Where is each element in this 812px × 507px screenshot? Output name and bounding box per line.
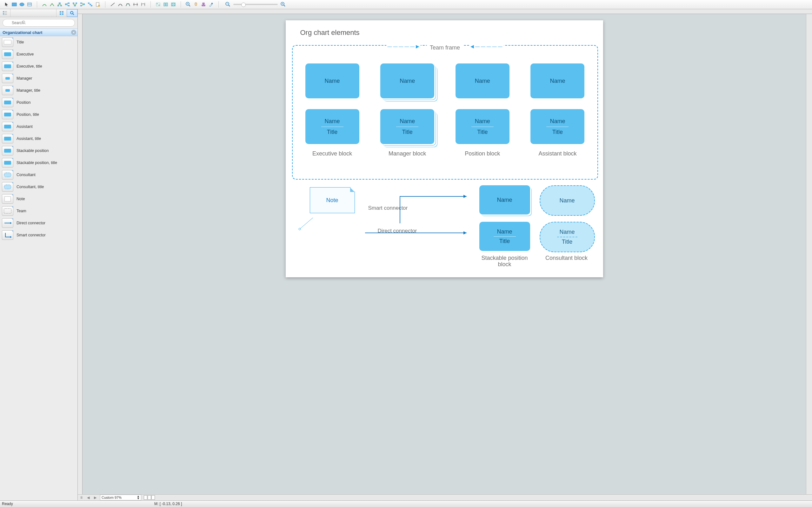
team-arrow-right-icon: ◀ — — — — — — [469, 44, 503, 49]
executive-title-block[interactable]: NameTitle — [305, 109, 359, 144]
svg-rect-60 — [60, 13, 61, 15]
section-organizational-chart[interactable]: Organizational chart × — [0, 29, 77, 36]
prev-page-icon[interactable]: ◀ — [86, 495, 91, 500]
line-tool-5[interactable] — [140, 1, 147, 8]
vertical-scrollbar[interactable] — [806, 14, 812, 494]
drawing-page[interactable]: Org chart elements — — — — — ▶ Team fram… — [286, 20, 603, 277]
consultant-name-block[interactable]: Name — [540, 185, 595, 216]
table-tool[interactable] — [26, 1, 33, 8]
shape-item-executive[interactable]: Executive — [0, 48, 77, 60]
svg-point-39 — [174, 5, 175, 6]
shape-label: Executive, title — [16, 64, 42, 68]
shape-item-assistant[interactable]: Assistant — [0, 121, 77, 133]
new-page-icon[interactable] — [94, 1, 101, 8]
line-tool-1[interactable] — [109, 1, 116, 8]
line-tool-2[interactable] — [117, 1, 124, 8]
stamp-tool[interactable] — [200, 1, 207, 8]
next-page-icon[interactable]: ▶ — [93, 495, 98, 500]
manager-name-block[interactable]: Name — [380, 63, 434, 98]
search-input[interactable] — [3, 19, 75, 26]
connector-tool-2[interactable] — [49, 1, 56, 8]
shape-item-manager[interactable]: Manager — [0, 72, 77, 84]
svg-point-1 — [20, 3, 24, 6]
section-close-icon[interactable]: × — [71, 30, 76, 35]
svg-point-67 — [299, 228, 301, 230]
note-shape[interactable]: Note — [310, 187, 355, 213]
svg-marker-68 — [464, 195, 467, 198]
pan-tool[interactable] — [193, 1, 199, 8]
stackable-name-block[interactable]: Name — [479, 185, 530, 215]
page-title: Org chart elements — [300, 29, 360, 37]
assistant-name-block[interactable]: Name — [531, 63, 584, 98]
tree-layout-3[interactable] — [71, 1, 78, 8]
executive-name-block[interactable]: Name — [305, 63, 359, 98]
tree-layout-4[interactable] — [79, 1, 86, 8]
shape-thumb — [2, 230, 13, 240]
shape-thumb — [2, 62, 13, 71]
shape-thumb — [2, 50, 13, 59]
shape-item-note[interactable]: Note — [0, 193, 77, 205]
zoom-in-icon-2[interactable] — [280, 1, 287, 8]
rectangle-tool[interactable] — [11, 1, 18, 8]
line-tool-3[interactable] — [124, 1, 131, 8]
svg-rect-14 — [83, 3, 85, 5]
zoom-out-icon[interactable] — [224, 1, 231, 8]
position-title-block[interactable]: NameTitle — [455, 109, 509, 144]
ellipse-tool[interactable] — [18, 1, 25, 8]
zoom-field[interactable]: Custom 97%▲▼ — [100, 495, 141, 500]
connector-tool-1[interactable] — [41, 1, 48, 8]
grid-tool-2[interactable] — [162, 1, 169, 8]
team-frame-shape[interactable]: — — — — — ▶ Team frame ◀ — — — — — Name … — [292, 45, 598, 180]
position-name-block[interactable]: Name — [455, 63, 509, 98]
pause-icon[interactable]: ⏸ — [79, 495, 84, 500]
shape-thumb — [2, 74, 13, 83]
shape-thumb — [2, 134, 13, 144]
line-tool-4[interactable] — [132, 1, 139, 8]
shape-item-position-title[interactable]: Position, title — [0, 109, 77, 121]
svg-rect-6 — [57, 5, 59, 6]
shape-item-smart-connector[interactable]: Smart connector — [0, 229, 77, 241]
shape-label: Position — [16, 100, 31, 105]
stackable-title-block[interactable]: NameTitle — [479, 222, 530, 251]
shape-label: Manager, title — [16, 88, 40, 93]
eyedropper-tool[interactable] — [208, 1, 215, 8]
zoom-in-icon[interactable] — [185, 1, 192, 8]
svg-rect-61 — [62, 13, 63, 15]
grid-tool-3[interactable] — [170, 1, 177, 8]
shape-item-executive-title[interactable]: Executive, title — [0, 60, 77, 72]
grid-view-icon[interactable] — [56, 9, 67, 17]
shape-item-stackable-position-title[interactable]: Stackable position, title — [0, 157, 77, 169]
shape-item-stackable-position[interactable]: Stackable position — [0, 145, 77, 157]
zoom-slider[interactable] — [233, 4, 278, 5]
smart-connector-shape[interactable] — [362, 191, 470, 223]
search-tab-icon[interactable] — [67, 9, 77, 17]
shape-item-direct-connector[interactable]: Direct connector — [0, 217, 77, 229]
shape-item-consultant[interactable]: Consultant — [0, 169, 77, 181]
select-tool[interactable] — [3, 1, 10, 8]
tree-layout-1[interactable] — [56, 1, 63, 8]
shape-item-manager-title[interactable]: Manager, title — [0, 84, 77, 97]
svg-rect-30 — [156, 3, 160, 6]
tree-layout-2[interactable] — [64, 1, 71, 8]
manager-title-block[interactable]: NameTitle — [380, 109, 434, 144]
sidebar: Organizational chart × TitleExecutiveExe… — [0, 9, 78, 500]
shape-thumb — [2, 194, 13, 204]
stepper-icon[interactable]: ▲▼ — [137, 495, 140, 500]
shape-item-position[interactable]: Position — [0, 97, 77, 109]
shape-item-title[interactable]: Title — [0, 36, 77, 48]
library-tree-icon[interactable] — [0, 9, 10, 17]
consultant-block-label: Consultant block — [538, 255, 595, 262]
direct-connector-shape[interactable] — [362, 230, 470, 236]
svg-rect-13 — [75, 3, 77, 4]
assistant-title-block[interactable]: NameTitle — [531, 109, 584, 144]
vertical-ruler — [78, 14, 83, 494]
shape-item-consultant-title[interactable]: Consultant, title — [0, 181, 77, 193]
canvas-scroll[interactable]: Org chart elements — — — — — ▶ Team fram… — [83, 14, 806, 494]
grid-tool-1[interactable] — [155, 1, 162, 8]
consultant-title-block[interactable]: NameTitle — [540, 222, 595, 252]
page-thumbs[interactable] — [144, 495, 155, 500]
svg-rect-7 — [60, 5, 62, 6]
shape-item-team[interactable]: Team — [0, 205, 77, 217]
tree-layout-5[interactable] — [87, 1, 94, 8]
shape-item-assistant-title[interactable]: Assistant, title — [0, 133, 77, 145]
